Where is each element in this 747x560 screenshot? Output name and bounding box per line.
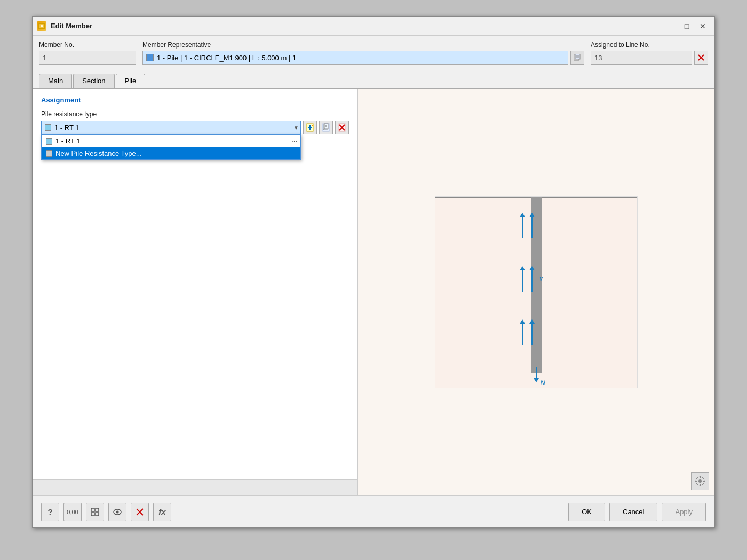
top-fields: Member No. Member Representative 1 - Pil… [33,36,714,70]
arrowhead-6 [529,319,535,324]
grid-btn[interactable] [86,503,104,521]
arrowline-n [536,367,537,378]
n-label: N [541,379,545,387]
right-panel: v [358,89,714,495]
dropdown-display[interactable]: 1 - RT 1 ▼ [41,121,301,134]
member-no-group: Member No. [39,41,136,65]
minimize-button[interactable]: — [663,20,678,32]
close-button[interactable]: ✕ [695,20,710,32]
formula-icon: fx [158,507,165,516]
arrowhead-3 [520,266,525,270]
dropdown-container: 1 - RT 1 ▼ 1 - RT 1 ··· [41,121,301,134]
value-btn[interactable]: 0,00 [63,503,82,521]
arrow-top-right [529,213,535,238]
assigned-line-group: Assigned to Line No. [591,41,708,65]
footer-right: OK Cancel Apply [568,503,706,521]
view-icon [113,508,122,516]
arrowline-4 [531,270,533,292]
svg-point-23 [698,479,702,483]
assignment-section-title: Assignment [41,96,349,104]
member-rep-label: Member Representative [142,41,584,49]
arrowline-3 [522,270,523,292]
arrow-low-left [520,319,525,345]
cancel-button[interactable]: Cancel [609,503,657,521]
right-panel-bottom [691,472,709,490]
arrow-mid-left [520,266,525,292]
formula-btn[interactable]: fx [153,503,171,521]
diagram-settings-btn[interactable] [691,472,709,490]
svg-rect-28 [91,508,94,511]
left-panel-inner: Assignment Pile resistance type 1 - RT 1… [33,89,357,479]
window-icon [37,21,46,31]
main-window: Edit Member — □ ✕ Member No. Member Repr… [32,16,715,528]
value-icon: 0,00 [67,509,78,515]
diagram-area: v [435,196,638,388]
tab-pile[interactable]: Pile [116,74,146,88]
svg-rect-24 [700,476,701,478]
apply-button[interactable]: Apply [662,503,706,521]
left-panel: Assignment Pile resistance type 1 - RT 1… [33,89,358,495]
member-rep-group: Member Representative 1 - Pile | 1 - CIR… [142,41,584,65]
member-rep-row: 1 - Pile | 1 - CIRCLE_M1 900 | L : 5.000… [142,51,584,65]
svg-rect-27 [703,481,705,482]
maximize-button[interactable]: □ [679,20,694,32]
member-no-input[interactable] [39,51,136,65]
v-label: v [539,274,543,282]
svg-rect-25 [700,484,701,486]
ok-button[interactable]: OK [568,503,605,521]
content-area: Assignment Pile resistance type 1 - RT 1… [33,88,714,495]
item-rt1-icon [46,138,52,145]
dropdown-arrow-icon: ▼ [293,125,299,131]
item-new-label: New Pile Resistance Type... [55,149,142,157]
diagram-container: v [435,196,638,388]
dropdown-popup: 1 - RT 1 ··· New Pile Resistance Type... [41,134,301,160]
assigned-line-label: Assigned to Line No. [591,41,708,49]
footer-left: ? 0,00 [41,503,568,521]
dropdown-delete-btn[interactable] [335,121,349,134]
arrowline-2 [531,217,533,238]
arrowline-6 [531,324,533,345]
arrow-group-top [520,213,535,238]
footer: ? 0,00 [33,495,714,527]
arrowline-5 [522,324,523,345]
member-rep-value: 1 - Pile | 1 - CIRCLE_M1 900 | L : 5.000… [157,54,296,62]
arrow-low-right [529,319,535,345]
status-bar-left [33,479,357,495]
arrowhead-5 [520,319,525,324]
tab-section[interactable]: Section [73,74,114,88]
dropdown-item-new[interactable]: New Pile Resistance Type... [42,147,300,159]
svg-rect-2 [41,25,43,27]
svg-point-33 [116,510,119,513]
view-btn[interactable] [108,503,126,521]
arrowhead-2 [529,213,535,217]
arrow-mid-right [529,266,535,292]
member-rep-display: 1 - Pile | 1 - CIRCLE_M1 900 | L : 5.000… [142,51,568,65]
assigned-line-clear-btn[interactable] [694,51,708,65]
svg-rect-30 [91,513,94,516]
help-btn[interactable]: ? [41,503,59,521]
dropdown-color-swatch [45,124,51,131]
dropdown-new-btn[interactable] [303,121,317,134]
tab-main[interactable]: Main [39,74,72,88]
item-rt1-label: 1 - RT 1 [55,137,80,145]
clear-icon [136,508,144,516]
arrowhead-n-down [534,378,539,382]
arrowhead-4 [529,266,535,270]
assigned-line-input[interactable] [591,51,692,65]
window-title: Edit Member [51,22,663,30]
clear-btn[interactable] [131,503,149,521]
pile-resistance-label: Pile resistance type [41,110,349,118]
dropdown-edit-btn[interactable] [319,121,333,134]
svg-rect-26 [695,481,697,482]
svg-rect-31 [96,513,99,516]
help-icon: ? [47,507,52,516]
arrowhead-1 [520,213,525,217]
grid-icon [91,508,99,516]
dropdown-item-rt1[interactable]: 1 - RT 1 ··· [42,135,300,147]
arrow-group-middle [520,266,535,292]
member-no-label: Member No. [39,41,136,49]
member-rep-color-icon [146,54,154,61]
arrowline-1 [522,217,523,238]
member-rep-btn[interactable] [570,51,584,65]
member-no-row [39,51,136,65]
